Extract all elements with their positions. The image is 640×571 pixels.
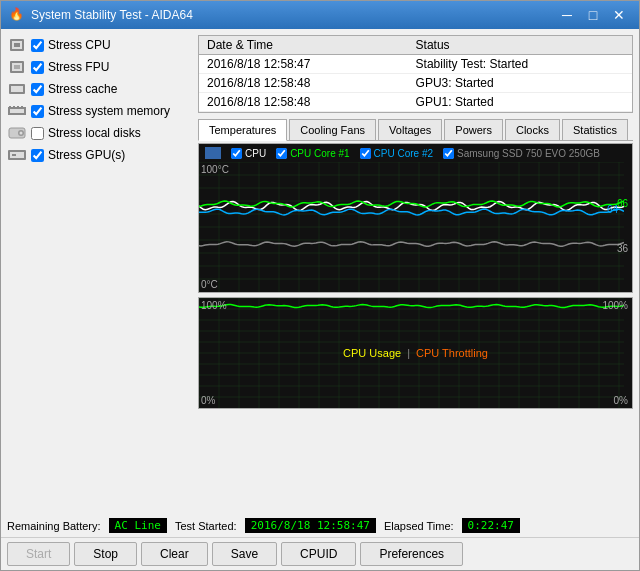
- start-button[interactable]: Start: [7, 542, 70, 566]
- usage-legend: CPU Usage | CPU Throttling: [343, 347, 488, 359]
- stress-disk-checkbox[interactable]: [31, 127, 44, 140]
- stress-gpu-item: Stress GPU(s): [7, 145, 192, 165]
- tab-statistics[interactable]: Statistics: [562, 119, 628, 140]
- log-row: 2016/8/18 12:58:48 GPU3: Started: [199, 74, 632, 93]
- stress-cache-item: Stress cache: [7, 79, 192, 99]
- tab-bar: Temperatures Cooling Fans Voltages Power…: [198, 119, 633, 141]
- tab-voltages[interactable]: Voltages: [378, 119, 442, 140]
- usage-chart: CPU Usage | CPU Throttling 100% 0% 100% …: [198, 297, 633, 409]
- stress-gpu-label: Stress GPU(s): [48, 148, 125, 162]
- temp-graph-container: 100°C 0°C 66 64 36: [199, 162, 632, 292]
- log-status-2: GPU1: Started: [408, 93, 632, 112]
- legend-core1-label: CPU Core #1: [290, 148, 349, 159]
- minimize-button[interactable]: ─: [555, 5, 579, 25]
- tab-clocks[interactable]: Clocks: [505, 119, 560, 140]
- svg-rect-13: [21, 106, 23, 108]
- stress-cpu-item: Stress CPU: [7, 35, 192, 55]
- chart-scroll-indicator: [205, 147, 221, 159]
- mem-icon: [7, 103, 27, 119]
- stress-cache-label: Stress cache: [48, 82, 117, 96]
- svg-rect-5: [14, 65, 20, 69]
- stress-options-panel: Stress CPU Stress FPU Stress cache: [7, 35, 192, 508]
- cpu-icon: [7, 37, 27, 53]
- legend-cpu-checkbox[interactable]: [231, 148, 242, 159]
- close-button[interactable]: ✕: [607, 5, 631, 25]
- legend-cpu: CPU: [231, 148, 266, 159]
- temperature-chart: CPU CPU Core #1 CPU Core #2 Samsung: [198, 143, 633, 293]
- legend-core1-checkbox[interactable]: [276, 148, 287, 159]
- tab-temperatures[interactable]: Temperatures: [198, 119, 287, 141]
- svg-rect-11: [13, 106, 15, 108]
- title-bar: 🔥 System Stability Test - AIDA64 ─ □ ✕: [1, 1, 639, 29]
- legend-core2: CPU Core #2: [360, 148, 433, 159]
- save-button[interactable]: Save: [212, 542, 277, 566]
- divider: |: [407, 347, 410, 359]
- log-status-0: Stability Test: Started: [408, 55, 632, 74]
- gpu-icon: [7, 147, 27, 163]
- tab-powers[interactable]: Powers: [444, 119, 503, 140]
- log-datetime-1: 2016/8/18 12:58:48: [199, 74, 408, 93]
- preferences-button[interactable]: Preferences: [360, 542, 463, 566]
- elapsed-value: 0:22:47: [462, 518, 520, 533]
- legend-core1: CPU Core #1: [276, 148, 349, 159]
- stress-cache-checkbox[interactable]: [31, 83, 44, 96]
- tabs-container: Temperatures Cooling Fans Voltages Power…: [198, 119, 633, 508]
- battery-value: AC Line: [109, 518, 167, 533]
- svg-rect-9: [10, 109, 24, 113]
- elapsed-label: Elapsed Time:: [384, 520, 454, 532]
- cache-icon: [7, 81, 27, 97]
- usage-bottom-right: 0%: [614, 395, 628, 406]
- test-started-value: 2016/8/18 12:58:47: [245, 518, 376, 533]
- datetime-header: Date & Time: [199, 36, 408, 55]
- stress-gpu-checkbox[interactable]: [31, 149, 44, 162]
- cpuid-button[interactable]: CPUID: [281, 542, 356, 566]
- status-header: Status: [408, 36, 632, 55]
- temp-val-66: 66: [617, 198, 628, 209]
- app-icon: 🔥: [9, 7, 25, 23]
- log-status-1: GPU3: Started: [408, 74, 632, 93]
- temp-top-label: 100°C: [201, 164, 229, 175]
- usage-label-cpu: CPU Usage: [343, 347, 401, 359]
- legend-ssd-checkbox[interactable]: [443, 148, 454, 159]
- temperature-canvas: [199, 162, 624, 292]
- stress-mem-item: Stress system memory: [7, 101, 192, 121]
- log-table: Date & Time Status 2016/8/18 12:58:47 St…: [198, 35, 633, 113]
- usage-top-left: 100%: [201, 300, 227, 311]
- tab-cooling-fans[interactable]: Cooling Fans: [289, 119, 376, 140]
- right-panel: Date & Time Status 2016/8/18 12:58:47 St…: [198, 35, 633, 508]
- window-title: System Stability Test - AIDA64: [31, 8, 555, 22]
- legend-core2-label: CPU Core #2: [374, 148, 433, 159]
- temp-bottom-label: 0°C: [201, 279, 218, 290]
- stress-fpu-item: Stress FPU: [7, 57, 192, 77]
- main-window: 🔥 System Stability Test - AIDA64 ─ □ ✕ S…: [0, 0, 640, 571]
- log-datetime-0: 2016/8/18 12:58:47: [199, 55, 408, 74]
- test-started-label: Test Started:: [175, 520, 237, 532]
- stress-fpu-checkbox[interactable]: [31, 61, 44, 74]
- usage-top-right: 100%: [602, 300, 628, 311]
- stress-mem-checkbox[interactable]: [31, 105, 44, 118]
- button-bar: Start Stop Clear Save CPUID Preferences: [1, 537, 639, 570]
- stop-button[interactable]: Stop: [74, 542, 137, 566]
- stress-cpu-label: Stress CPU: [48, 38, 111, 52]
- main-content: Stress CPU Stress FPU Stress cache: [1, 29, 639, 514]
- battery-label: Remaining Battery:: [7, 520, 101, 532]
- svg-rect-12: [17, 106, 19, 108]
- svg-rect-10: [9, 106, 11, 108]
- svg-rect-2: [14, 43, 20, 47]
- log-row: 2016/8/18 12:58:48 GPU1: Started: [199, 93, 632, 112]
- stress-fpu-label: Stress FPU: [48, 60, 109, 74]
- temp-val-36: 36: [617, 243, 628, 254]
- stress-disk-item: Stress local disks: [7, 123, 192, 143]
- maximize-button[interactable]: □: [581, 5, 605, 25]
- legend-ssd-label: Samsung SSD 750 EVO 250GB: [457, 148, 600, 159]
- temp-legend: CPU CPU Core #1 CPU Core #2 Samsung: [199, 144, 632, 162]
- window-controls: ─ □ ✕: [555, 5, 631, 25]
- stress-cpu-checkbox[interactable]: [31, 39, 44, 52]
- usage-bottom-left: 0%: [201, 395, 215, 406]
- legend-cpu-label: CPU: [245, 148, 266, 159]
- status-bar: Remaining Battery: AC Line Test Started:…: [1, 514, 639, 537]
- log-row: 2016/8/18 12:58:47 Stability Test: Start…: [199, 55, 632, 74]
- legend-ssd: Samsung SSD 750 EVO 250GB: [443, 148, 600, 159]
- clear-button[interactable]: Clear: [141, 542, 208, 566]
- legend-core2-checkbox[interactable]: [360, 148, 371, 159]
